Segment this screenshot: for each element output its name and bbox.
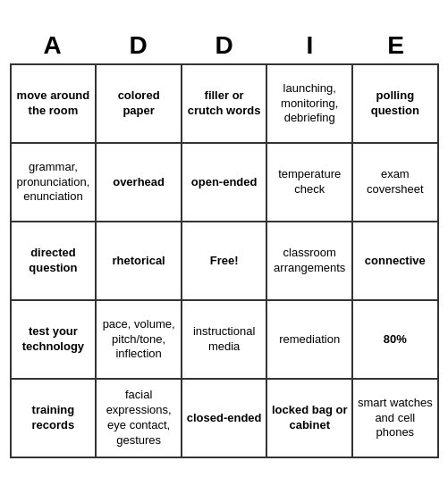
- bingo-cell[interactable]: connective: [352, 222, 437, 300]
- bingo-cell[interactable]: facial expressions, eye contact, gesture…: [96, 379, 182, 457]
- header-col: D: [96, 28, 182, 63]
- bingo-row: training recordsfacial expressions, eye …: [11, 379, 438, 457]
- bingo-cell[interactable]: launching, monitoring, debriefing: [266, 64, 352, 143]
- bingo-cell[interactable]: polling question: [352, 64, 437, 143]
- bingo-cell[interactable]: grammar, pronunciation, enunciation: [11, 143, 97, 222]
- bingo-cell[interactable]: filler or crutch words: [182, 64, 266, 143]
- bingo-cell[interactable]: remediation: [266, 300, 352, 379]
- bingo-cell[interactable]: test your technology: [11, 300, 97, 379]
- bingo-header: ADDIE: [10, 28, 439, 63]
- bingo-cell[interactable]: exam coversheet: [352, 143, 437, 222]
- bingo-cell[interactable]: training records: [11, 379, 97, 457]
- bingo-cell[interactable]: smart watches and cell phones: [352, 379, 437, 457]
- header-col: E: [353, 28, 439, 63]
- bingo-cell[interactable]: move around the room: [11, 64, 97, 143]
- header-col: A: [10, 28, 96, 63]
- bingo-cell[interactable]: closed-ended: [182, 379, 266, 457]
- bingo-grid: move around the roomcolored paperfiller …: [10, 63, 439, 458]
- header-col: D: [182, 28, 267, 63]
- bingo-cell[interactable]: open-ended: [182, 143, 266, 222]
- bingo-cell[interactable]: rhetorical: [96, 222, 182, 300]
- header-col: I: [267, 28, 353, 63]
- bingo-cell[interactable]: overhead: [96, 143, 182, 222]
- bingo-row: move around the roomcolored paperfiller …: [11, 64, 438, 143]
- bingo-cell[interactable]: colored paper: [96, 64, 182, 143]
- bingo-row: grammar, pronunciation, enunciationoverh…: [11, 143, 438, 222]
- bingo-cell[interactable]: 80%: [352, 300, 437, 379]
- bingo-cell[interactable]: instructional media: [182, 300, 266, 379]
- bingo-row: directed questionrhetoricalFree!classroo…: [11, 222, 438, 300]
- bingo-cell[interactable]: directed question: [11, 222, 97, 300]
- bingo-cell[interactable]: Free!: [182, 222, 266, 300]
- bingo-cell[interactable]: locked bag or cabinet: [266, 379, 352, 457]
- bingo-row: test your technologypace, volume, pitch/…: [11, 300, 438, 379]
- bingo-cell[interactable]: pace, volume, pitch/tone, inflection: [96, 300, 182, 379]
- bingo-cell[interactable]: classroom arrangements: [266, 222, 352, 300]
- bingo-cell[interactable]: temperature check: [266, 143, 352, 222]
